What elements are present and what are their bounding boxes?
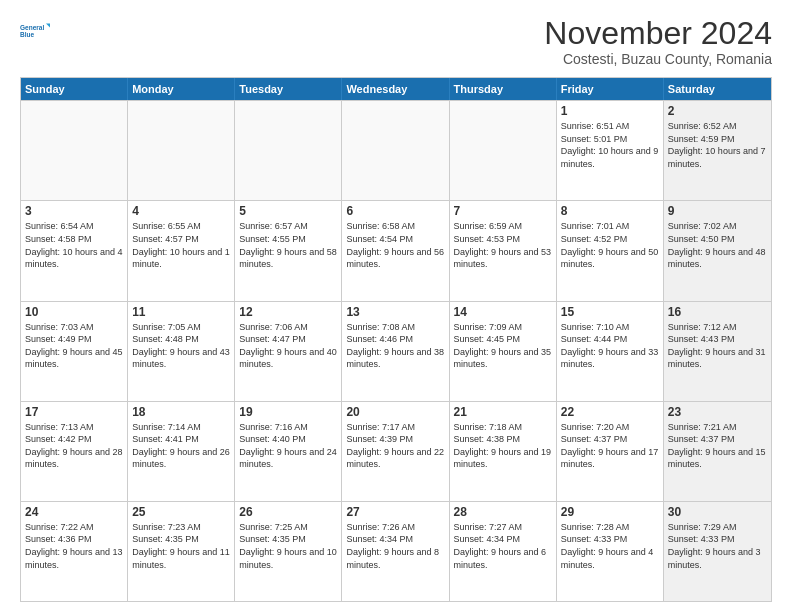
day-number: 16 [668, 305, 767, 319]
day-number: 10 [25, 305, 123, 319]
day-info: Sunrise: 7:26 AM Sunset: 4:34 PM Dayligh… [346, 521, 444, 571]
title-area: November 2024 Costesti, Buzau County, Ro… [544, 16, 772, 67]
day-cell-26: 26Sunrise: 7:25 AM Sunset: 4:35 PM Dayli… [235, 502, 342, 601]
day-info: Sunrise: 7:21 AM Sunset: 4:37 PM Dayligh… [668, 421, 767, 471]
empty-cell [450, 101, 557, 200]
day-number: 15 [561, 305, 659, 319]
day-number: 6 [346, 204, 444, 218]
day-info: Sunrise: 7:06 AM Sunset: 4:47 PM Dayligh… [239, 321, 337, 371]
day-info: Sunrise: 7:16 AM Sunset: 4:40 PM Dayligh… [239, 421, 337, 471]
day-number: 13 [346, 305, 444, 319]
day-cell-9: 9Sunrise: 7:02 AM Sunset: 4:50 PM Daylig… [664, 201, 771, 300]
day-info: Sunrise: 7:13 AM Sunset: 4:42 PM Dayligh… [25, 421, 123, 471]
day-cell-11: 11Sunrise: 7:05 AM Sunset: 4:48 PM Dayli… [128, 302, 235, 401]
logo: General Blue [20, 16, 50, 46]
day-number: 12 [239, 305, 337, 319]
svg-marker-2 [46, 24, 50, 28]
day-number: 8 [561, 204, 659, 218]
logo-icon: General Blue [20, 16, 50, 46]
header-day-thursday: Thursday [450, 78, 557, 100]
header-day-saturday: Saturday [664, 78, 771, 100]
day-number: 14 [454, 305, 552, 319]
empty-cell [235, 101, 342, 200]
day-info: Sunrise: 7:14 AM Sunset: 4:41 PM Dayligh… [132, 421, 230, 471]
day-cell-15: 15Sunrise: 7:10 AM Sunset: 4:44 PM Dayli… [557, 302, 664, 401]
day-number: 4 [132, 204, 230, 218]
day-info: Sunrise: 7:29 AM Sunset: 4:33 PM Dayligh… [668, 521, 767, 571]
day-cell-7: 7Sunrise: 6:59 AM Sunset: 4:53 PM Daylig… [450, 201, 557, 300]
day-cell-29: 29Sunrise: 7:28 AM Sunset: 4:33 PM Dayli… [557, 502, 664, 601]
day-cell-12: 12Sunrise: 7:06 AM Sunset: 4:47 PM Dayli… [235, 302, 342, 401]
calendar-row-3: 10Sunrise: 7:03 AM Sunset: 4:49 PM Dayli… [21, 301, 771, 401]
day-cell-24: 24Sunrise: 7:22 AM Sunset: 4:36 PM Dayli… [21, 502, 128, 601]
day-number: 24 [25, 505, 123, 519]
calendar-row-5: 24Sunrise: 7:22 AM Sunset: 4:36 PM Dayli… [21, 501, 771, 601]
day-cell-5: 5Sunrise: 6:57 AM Sunset: 4:55 PM Daylig… [235, 201, 342, 300]
day-info: Sunrise: 7:09 AM Sunset: 4:45 PM Dayligh… [454, 321, 552, 371]
day-info: Sunrise: 6:59 AM Sunset: 4:53 PM Dayligh… [454, 220, 552, 270]
day-cell-2: 2Sunrise: 6:52 AM Sunset: 4:59 PM Daylig… [664, 101, 771, 200]
day-cell-17: 17Sunrise: 7:13 AM Sunset: 4:42 PM Dayli… [21, 402, 128, 501]
day-number: 1 [561, 104, 659, 118]
day-info: Sunrise: 6:57 AM Sunset: 4:55 PM Dayligh… [239, 220, 337, 270]
day-number: 25 [132, 505, 230, 519]
day-number: 19 [239, 405, 337, 419]
calendar-page: General Blue November 2024 Costesti, Buz… [0, 0, 792, 612]
day-number: 11 [132, 305, 230, 319]
day-info: Sunrise: 7:01 AM Sunset: 4:52 PM Dayligh… [561, 220, 659, 270]
page-header: General Blue November 2024 Costesti, Buz… [20, 16, 772, 67]
calendar: SundayMondayTuesdayWednesdayThursdayFrid… [20, 77, 772, 602]
day-cell-18: 18Sunrise: 7:14 AM Sunset: 4:41 PM Dayli… [128, 402, 235, 501]
day-info: Sunrise: 6:58 AM Sunset: 4:54 PM Dayligh… [346, 220, 444, 270]
day-cell-25: 25Sunrise: 7:23 AM Sunset: 4:35 PM Dayli… [128, 502, 235, 601]
day-info: Sunrise: 6:51 AM Sunset: 5:01 PM Dayligh… [561, 120, 659, 170]
day-cell-30: 30Sunrise: 7:29 AM Sunset: 4:33 PM Dayli… [664, 502, 771, 601]
day-number: 22 [561, 405, 659, 419]
header-day-sunday: Sunday [21, 78, 128, 100]
empty-cell [21, 101, 128, 200]
day-cell-10: 10Sunrise: 7:03 AM Sunset: 4:49 PM Dayli… [21, 302, 128, 401]
day-info: Sunrise: 7:08 AM Sunset: 4:46 PM Dayligh… [346, 321, 444, 371]
day-info: Sunrise: 7:25 AM Sunset: 4:35 PM Dayligh… [239, 521, 337, 571]
day-info: Sunrise: 7:20 AM Sunset: 4:37 PM Dayligh… [561, 421, 659, 471]
day-cell-16: 16Sunrise: 7:12 AM Sunset: 4:43 PM Dayli… [664, 302, 771, 401]
day-number: 30 [668, 505, 767, 519]
day-number: 9 [668, 204, 767, 218]
calendar-row-1: 1Sunrise: 6:51 AM Sunset: 5:01 PM Daylig… [21, 100, 771, 200]
header-day-monday: Monday [128, 78, 235, 100]
day-number: 20 [346, 405, 444, 419]
day-info: Sunrise: 7:18 AM Sunset: 4:38 PM Dayligh… [454, 421, 552, 471]
day-info: Sunrise: 7:03 AM Sunset: 4:49 PM Dayligh… [25, 321, 123, 371]
day-number: 17 [25, 405, 123, 419]
day-info: Sunrise: 7:02 AM Sunset: 4:50 PM Dayligh… [668, 220, 767, 270]
day-cell-3: 3Sunrise: 6:54 AM Sunset: 4:58 PM Daylig… [21, 201, 128, 300]
header-day-wednesday: Wednesday [342, 78, 449, 100]
day-cell-19: 19Sunrise: 7:16 AM Sunset: 4:40 PM Dayli… [235, 402, 342, 501]
day-number: 2 [668, 104, 767, 118]
day-cell-22: 22Sunrise: 7:20 AM Sunset: 4:37 PM Dayli… [557, 402, 664, 501]
day-info: Sunrise: 7:27 AM Sunset: 4:34 PM Dayligh… [454, 521, 552, 571]
day-number: 26 [239, 505, 337, 519]
day-info: Sunrise: 7:28 AM Sunset: 4:33 PM Dayligh… [561, 521, 659, 571]
day-cell-23: 23Sunrise: 7:21 AM Sunset: 4:37 PM Dayli… [664, 402, 771, 501]
month-title: November 2024 [544, 16, 772, 51]
day-cell-8: 8Sunrise: 7:01 AM Sunset: 4:52 PM Daylig… [557, 201, 664, 300]
day-number: 3 [25, 204, 123, 218]
day-cell-4: 4Sunrise: 6:55 AM Sunset: 4:57 PM Daylig… [128, 201, 235, 300]
day-info: Sunrise: 7:17 AM Sunset: 4:39 PM Dayligh… [346, 421, 444, 471]
day-info: Sunrise: 7:23 AM Sunset: 4:35 PM Dayligh… [132, 521, 230, 571]
svg-text:General: General [20, 24, 44, 31]
day-cell-14: 14Sunrise: 7:09 AM Sunset: 4:45 PM Dayli… [450, 302, 557, 401]
day-number: 5 [239, 204, 337, 218]
day-number: 7 [454, 204, 552, 218]
header-day-friday: Friday [557, 78, 664, 100]
day-number: 27 [346, 505, 444, 519]
header-day-tuesday: Tuesday [235, 78, 342, 100]
day-info: Sunrise: 7:22 AM Sunset: 4:36 PM Dayligh… [25, 521, 123, 571]
day-info: Sunrise: 6:54 AM Sunset: 4:58 PM Dayligh… [25, 220, 123, 270]
calendar-row-2: 3Sunrise: 6:54 AM Sunset: 4:58 PM Daylig… [21, 200, 771, 300]
day-number: 29 [561, 505, 659, 519]
empty-cell [128, 101, 235, 200]
day-cell-21: 21Sunrise: 7:18 AM Sunset: 4:38 PM Dayli… [450, 402, 557, 501]
day-cell-1: 1Sunrise: 6:51 AM Sunset: 5:01 PM Daylig… [557, 101, 664, 200]
